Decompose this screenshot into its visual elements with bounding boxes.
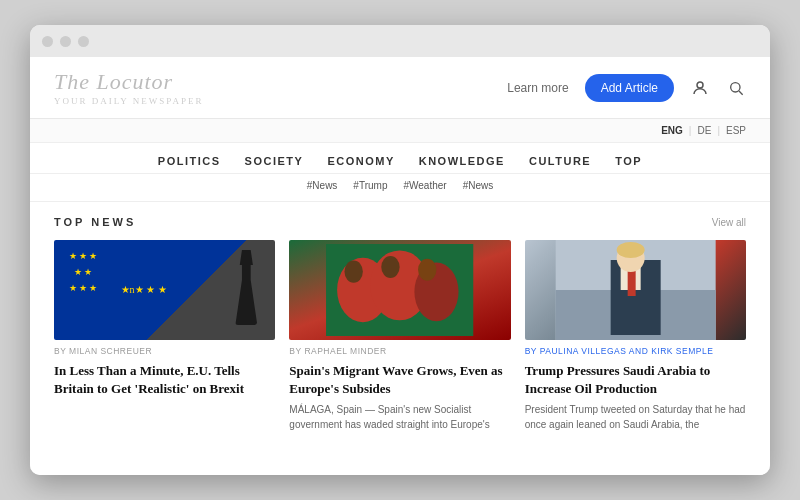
lang-eng[interactable]: ENG <box>661 125 683 136</box>
nav-knowledge[interactable]: KNOWLEDGE <box>419 155 505 167</box>
search-icon[interactable] <box>726 78 746 98</box>
svg-point-1 <box>731 82 740 91</box>
hashtag-trump[interactable]: #Trump <box>353 180 387 191</box>
excerpt-3: President Trump tweeted on Saturday that… <box>525 403 746 432</box>
top-news-header: TOP NEWS View all <box>54 216 746 228</box>
news-image-3[interactable] <box>525 240 746 340</box>
nav-society[interactable]: SOCIETY <box>245 155 304 167</box>
excerpt-2: MÁLAGA, Spain — Spain's new Socialist go… <box>289 403 510 432</box>
browser-dot-yellow <box>60 36 71 47</box>
view-all-link[interactable]: View all <box>712 217 746 228</box>
migrants-image <box>293 244 506 336</box>
headline-3[interactable]: Trump Pressures Saudi Arabia to Increase… <box>525 362 746 397</box>
hashtag-bar: #News #Trump #Weather #News <box>30 174 770 202</box>
svg-point-11 <box>345 261 363 283</box>
news-card-2: BY RAPHAEL MINDER Spain's Migrant Wave G… <box>289 240 510 432</box>
hashtag-news-1[interactable]: #News <box>307 180 338 191</box>
news-image-1[interactable]: ★ ★ ★ ★ ★ ★ ★ ★ <box>54 240 275 340</box>
svg-text:★ ★ ★: ★ ★ ★ <box>69 251 98 261</box>
logo-main: The Locutor <box>54 69 495 95</box>
browser-content: The Locutor YOUR DAILY NEWSPAPER Learn m… <box>30 57 770 475</box>
svg-point-20 <box>616 242 644 258</box>
browser-titlebar <box>30 25 770 57</box>
byline-1: BY MILAN SCHREUER <box>54 346 275 356</box>
headline-2[interactable]: Spain's Migrant Wave Grows, Even as Euro… <box>289 362 510 397</box>
svg-point-13 <box>418 259 436 281</box>
nav-top[interactable]: TOP <box>615 155 642 167</box>
trump-image <box>525 240 746 340</box>
byline-2: BY RAPHAEL MINDER <box>289 346 510 356</box>
svg-text:★     ★: ★ ★ <box>74 267 92 277</box>
site-logo: The Locutor YOUR DAILY NEWSPAPER <box>54 69 495 106</box>
lang-de[interactable]: DE <box>697 125 711 136</box>
lang-sep-2: | <box>717 125 720 136</box>
browser-window: The Locutor YOUR DAILY NEWSPAPER Learn m… <box>30 25 770 475</box>
header-nav: Learn more Add Article <box>507 74 746 102</box>
person-silhouette <box>235 250 257 325</box>
lang-sep-1: | <box>689 125 692 136</box>
nav-culture[interactable]: CULTURE <box>529 155 591 167</box>
add-article-button[interactable]: Add Article <box>585 74 674 102</box>
svg-rect-18 <box>627 268 635 296</box>
main-nav: POLITICS SOCIETY ECONOMY KNOWLEDGE CULTU… <box>30 143 770 174</box>
news-card-3: BY PAULINA VILLEGAS AND KIRK SEMPLE Trum… <box>525 240 746 432</box>
nav-economy[interactable]: ECONOMY <box>327 155 394 167</box>
browser-dot-green <box>78 36 89 47</box>
nav-politics[interactable]: POLITICS <box>158 155 221 167</box>
news-image-2[interactable] <box>289 240 510 340</box>
news-card-1: ★ ★ ★ ★ ★ ★ ★ ★ BY MILAN SCHREUER In Les… <box>54 240 275 432</box>
svg-point-0 <box>697 82 703 88</box>
learn-more-link[interactable]: Learn more <box>507 81 568 95</box>
language-bar: ENG | DE | ESP <box>30 119 770 143</box>
headline-1[interactable]: In Less Than a Minute, E.U. Tells Britai… <box>54 362 275 397</box>
byline-3: BY PAULINA VILLEGAS AND KIRK SEMPLE <box>525 346 746 356</box>
lang-esp[interactable]: ESP <box>726 125 746 136</box>
section-title: TOP NEWS <box>54 216 136 228</box>
svg-line-2 <box>739 91 743 95</box>
main-content: TOP NEWS View all ★ ★ ★ ★ ★ ★ ★ ★ <box>30 202 770 475</box>
news-grid: ★ ★ ★ ★ ★ ★ ★ ★ BY MILAN SCHREUER In Les… <box>54 240 746 432</box>
svg-text:★ ★ ★: ★ ★ ★ <box>69 283 98 293</box>
eu-flag-icon: ★ ★ ★ ★ ★ ★ ★ ★ <box>58 245 108 315</box>
hashtag-weather[interactable]: #Weather <box>403 180 446 191</box>
logo-sub: YOUR DAILY NEWSPAPER <box>54 96 495 106</box>
user-icon[interactable] <box>690 78 710 98</box>
browser-dot-red <box>42 36 53 47</box>
hashtag-news-2[interactable]: #News <box>463 180 494 191</box>
svg-point-12 <box>382 256 400 278</box>
site-header: The Locutor YOUR DAILY NEWSPAPER Learn m… <box>30 57 770 119</box>
